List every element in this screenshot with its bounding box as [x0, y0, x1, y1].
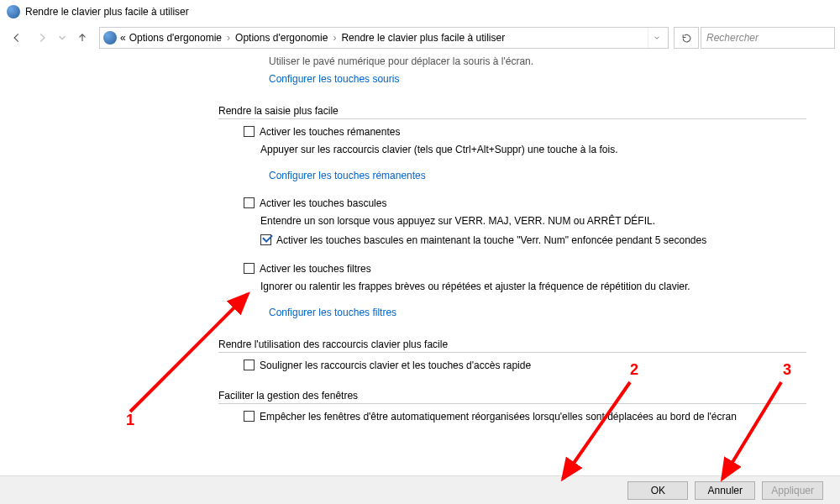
- checkbox-unchecked-icon[interactable]: [244, 126, 255, 137]
- breadcrumb-item[interactable]: Rendre le clavier plus facile à utiliser: [341, 32, 505, 44]
- truncated-desc: Utiliser le pavé numérique pour déplacer…: [269, 55, 806, 67]
- section-windows-title: Faciliter la gestion des fenêtres: [218, 390, 806, 402]
- search-placeholder: Rechercher: [706, 32, 759, 44]
- annotation-label-1: 1: [126, 412, 134, 429]
- address-bar[interactable]: « Options d'ergonomie › Options d'ergono…: [99, 27, 669, 49]
- prevent-arrange-option[interactable]: Empêcher les fenêtres d'être automatique…: [244, 411, 806, 423]
- back-button[interactable]: [5, 26, 29, 50]
- checkbox-unchecked-icon[interactable]: [244, 411, 255, 422]
- checkbox-checked-icon[interactable]: [260, 234, 271, 245]
- address-history-dropdown[interactable]: [648, 28, 664, 48]
- nav-row: « Options d'ergonomie › Options d'ergono…: [0, 24, 840, 52]
- ease-of-access-icon: [7, 5, 20, 18]
- checkbox-unchecked-icon[interactable]: [244, 197, 255, 208]
- search-input[interactable]: Rechercher: [701, 27, 835, 49]
- section-shortcuts-title: Rendre l'utilisation des raccourcis clav…: [218, 339, 806, 350]
- toggle-keys-hold-label: Activer les touches bascules en maintena…: [276, 234, 706, 246]
- sticky-keys-desc: Appuyer sur les raccourcis clavier (tels…: [260, 143, 806, 157]
- toggle-keys-option[interactable]: Activer les touches bascules: [244, 197, 806, 209]
- breadcrumb-item[interactable]: Options d'ergonomie: [235, 32, 328, 44]
- configure-mouse-keys-link[interactable]: Configurer les touches souris: [269, 73, 399, 85]
- configure-filter-keys-link[interactable]: Configurer les touches filtres: [269, 307, 396, 318]
- apply-button[interactable]: Appliquer: [762, 481, 823, 500]
- titlebar: Rendre le clavier plus facile à utiliser: [0, 0, 840, 24]
- annotation-label-3: 3: [783, 361, 791, 379]
- annotation-label-2: 2: [630, 361, 638, 379]
- configure-sticky-keys-link[interactable]: Configurer les touches rémanentes: [269, 170, 426, 181]
- sticky-keys-option[interactable]: Activer les touches rémanentes: [244, 126, 806, 138]
- toggle-keys-desc: Entendre un son lorsque vous appuyez sur…: [260, 214, 806, 228]
- filter-keys-desc: Ignorer ou ralentir les frappes brèves o…: [260, 280, 806, 294]
- checkbox-unchecked-icon[interactable]: [244, 263, 255, 274]
- up-button[interactable]: [71, 26, 94, 50]
- checkbox-unchecked-icon[interactable]: [244, 360, 255, 370]
- filter-keys-option[interactable]: Activer les touches filtres: [244, 263, 806, 275]
- breadcrumb-prefix: «: [120, 32, 126, 44]
- ok-button[interactable]: OK: [627, 481, 688, 500]
- divider: [218, 118, 806, 119]
- sticky-keys-label: Activer les touches rémanentes: [260, 126, 400, 138]
- footer-buttons: OK Annuler Appliquer: [0, 475, 840, 504]
- cancel-button[interactable]: Annuler: [695, 481, 755, 500]
- toggle-keys-hold-option[interactable]: Activer les touches bascules en maintena…: [260, 234, 806, 248]
- forward-button[interactable]: [30, 26, 54, 50]
- section-input-title: Rendre la saisie plus facile: [218, 105, 806, 117]
- chevron-right-icon[interactable]: ›: [225, 32, 232, 44]
- divider: [218, 352, 806, 353]
- underline-shortcuts-option[interactable]: Souligner les raccourcis clavier et les …: [244, 360, 806, 371]
- filter-keys-label: Activer les touches filtres: [260, 263, 371, 275]
- ease-of-access-icon: [103, 31, 117, 45]
- recent-locations-dropdown[interactable]: [55, 26, 69, 50]
- chevron-right-icon[interactable]: ›: [331, 32, 338, 44]
- refresh-button[interactable]: [674, 27, 699, 49]
- underline-shortcuts-label: Souligner les raccourcis clavier et les …: [260, 360, 531, 371]
- toggle-keys-label: Activer les touches bascules: [260, 197, 386, 209]
- prevent-arrange-label: Empêcher les fenêtres d'être automatique…: [260, 411, 737, 423]
- window-title: Rendre le clavier plus facile à utiliser: [25, 6, 189, 18]
- divider: [218, 403, 806, 404]
- breadcrumb-item[interactable]: Options d'ergonomie: [129, 32, 222, 44]
